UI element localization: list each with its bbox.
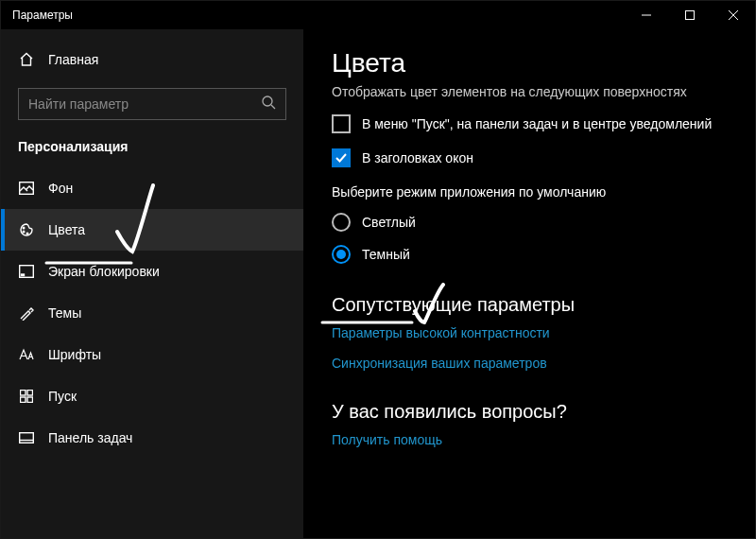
svg-point-7 [23, 227, 25, 229]
sidebar-section-title: Персонализация [1, 133, 303, 167]
sidebar-item-start[interactable]: Пуск [1, 375, 303, 417]
home-icon [18, 52, 35, 67]
sidebar-item-fonts[interactable]: Шрифты [1, 334, 303, 375]
checkbox-start-taskbar[interactable]: В меню "Пуск", на панели задач и в центр… [332, 114, 727, 133]
sidebar-item-lockscreen[interactable]: Экран блокировки [1, 251, 303, 292]
link-high-contrast[interactable]: Параметры высокой контрастности [332, 325, 727, 340]
surfaces-label: Отображать цвет элементов на следующих п… [332, 84, 727, 99]
checkbox-titlebars[interactable]: В заголовках окон [332, 148, 727, 167]
svg-point-8 [23, 231, 25, 233]
titlebar: Параметры [1, 1, 755, 29]
search-input[interactable] [28, 96, 261, 112]
sidebar-item-taskbar[interactable]: Панель задач [1, 417, 303, 459]
window-body: Главная Персонализация Фон Цвета [1, 29, 755, 538]
checkbox-icon [332, 114, 351, 133]
sidebar-nav: Фон Цвета Экран блокировки Темы Шрифты [1, 167, 303, 459]
checkbox-label: В заголовках окон [362, 150, 473, 165]
svg-rect-1 [686, 11, 695, 20]
svg-rect-16 [20, 433, 34, 443]
lockscreen-icon [18, 265, 35, 278]
sidebar-item-colors[interactable]: Цвета [1, 209, 303, 251]
svg-rect-14 [21, 397, 26, 403]
radio-checked-icon [332, 245, 351, 264]
content-pane: Цвета Отображать цвет элементов на следу… [303, 29, 755, 538]
svg-rect-12 [21, 391, 26, 396]
window-title: Параметры [1, 9, 625, 22]
radio-light[interactable]: Светлый [332, 213, 727, 232]
palette-icon [18, 222, 35, 237]
app-mode-label: Выберите режим приложения по умолчанию [332, 184, 727, 200]
checkbox-label: В меню "Пуск", на панели задач и в центр… [362, 116, 712, 131]
link-get-help[interactable]: Получить помощь [332, 432, 727, 447]
sidebar-item-themes[interactable]: Темы [1, 292, 303, 334]
checkbox-checked-icon [332, 148, 351, 167]
questions-header: У вас появились вопросы? [332, 401, 727, 423]
sidebar-item-label: Экран блокировки [48, 264, 160, 279]
search-box[interactable] [18, 88, 286, 120]
svg-point-9 [26, 233, 28, 235]
sidebar-item-label: Пуск [48, 389, 77, 404]
themes-icon [18, 305, 35, 321]
svg-rect-11 [22, 274, 25, 276]
home-button[interactable]: Главная [1, 41, 303, 78]
svg-rect-13 [27, 391, 33, 396]
radio-dark[interactable]: Темный [332, 245, 727, 264]
link-sync-settings[interactable]: Синхронизация ваших параметров [332, 356, 727, 371]
sidebar-item-label: Цвета [48, 222, 85, 237]
sidebar-item-label: Фон [48, 181, 73, 196]
radio-label: Темный [362, 247, 410, 262]
radio-label: Светлый [362, 215, 416, 230]
sidebar: Главная Персонализация Фон Цвета [1, 29, 303, 538]
svg-point-4 [263, 96, 272, 106]
start-icon [18, 390, 35, 403]
maximize-button[interactable] [668, 1, 712, 29]
minimize-button[interactable] [625, 1, 668, 29]
sidebar-item-label: Панель задач [48, 430, 132, 445]
sidebar-item-label: Шрифты [48, 347, 101, 362]
sidebar-item-background[interactable]: Фон [1, 167, 303, 209]
home-label: Главная [48, 52, 98, 67]
page-title: Цвета [332, 48, 727, 78]
fonts-icon [18, 348, 35, 361]
related-header: Сопутствующие параметры [332, 294, 727, 316]
taskbar-icon [18, 432, 35, 443]
search-icon [261, 95, 276, 113]
picture-icon [18, 182, 35, 195]
svg-line-5 [271, 105, 275, 109]
close-button[interactable] [712, 1, 755, 29]
radio-icon [332, 213, 351, 232]
svg-rect-15 [27, 397, 33, 403]
sidebar-item-label: Темы [48, 305, 81, 321]
settings-window: Параметры Главная Персонал [0, 0, 756, 539]
